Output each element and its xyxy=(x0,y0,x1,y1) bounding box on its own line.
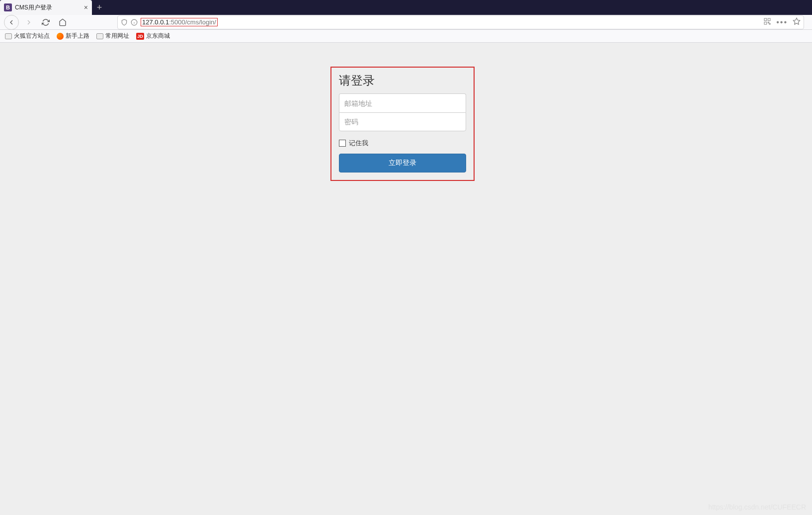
tab-favicon-icon: B xyxy=(4,3,12,11)
email-field[interactable] xyxy=(339,93,466,112)
browser-tab[interactable]: B CMS用户登录 × xyxy=(0,0,92,15)
bookmarks-bar: 火狐官方站点 新手上路 常用网址 JD 京东商城 xyxy=(0,30,812,43)
new-tab-button[interactable]: + xyxy=(92,0,107,15)
svg-rect-3 xyxy=(764,18,767,21)
folder-icon xyxy=(5,33,12,39)
firefox-icon xyxy=(57,33,64,40)
home-button[interactable] xyxy=(56,16,70,29)
remember-label: 记住我 xyxy=(349,139,368,148)
back-button[interactable] xyxy=(4,15,19,30)
bookmark-item[interactable]: 常用网址 xyxy=(96,32,129,40)
url-text: 127.0.0.1:5000/cms/login/ xyxy=(141,18,760,26)
qr-icon[interactable] xyxy=(763,17,771,27)
reload-button[interactable] xyxy=(39,16,53,29)
close-tab-icon[interactable]: × xyxy=(84,3,88,11)
svg-rect-4 xyxy=(768,18,771,21)
url-bar[interactable]: 127.0.0.1:5000/cms/login/ ••• xyxy=(117,15,804,29)
bookmark-label: 京东商城 xyxy=(146,32,170,40)
svg-marker-8 xyxy=(793,18,800,24)
svg-rect-6 xyxy=(768,22,769,23)
browser-tab-bar: B CMS用户登录 × + xyxy=(0,0,812,15)
bookmark-item[interactable]: 新手上路 xyxy=(57,32,89,40)
bookmark-item[interactable]: JD 京东商城 xyxy=(136,32,170,40)
jd-icon: JD xyxy=(136,33,144,40)
bookmark-label: 火狐官方站点 xyxy=(14,32,50,40)
forward-button[interactable] xyxy=(22,16,36,29)
bookmark-label: 新手上路 xyxy=(66,32,89,40)
shield-icon xyxy=(121,19,128,26)
bookmark-item[interactable]: 火狐官方站点 xyxy=(5,32,50,40)
remember-checkbox[interactable] xyxy=(339,140,346,147)
svg-rect-5 xyxy=(764,22,767,24)
page-content: 请登录 记住我 立即登录 https://blog.csdn.net/CUFEE… xyxy=(0,43,812,515)
login-title: 请登录 xyxy=(339,73,466,88)
watermark: https://blog.csdn.net/CUFEECR xyxy=(708,503,806,511)
info-icon[interactable] xyxy=(131,19,138,26)
browser-nav-bar: 127.0.0.1:5000/cms/login/ ••• xyxy=(0,15,812,30)
password-field[interactable] xyxy=(339,112,466,131)
remember-me-row[interactable]: 记住我 xyxy=(339,139,466,148)
login-button[interactable]: 立即登录 xyxy=(339,154,466,172)
tab-title: CMS用户登录 xyxy=(15,3,81,12)
bookmark-star-icon[interactable] xyxy=(793,17,801,27)
page-actions-icon[interactable]: ••• xyxy=(776,18,788,27)
svg-rect-7 xyxy=(769,23,770,24)
folder-icon xyxy=(96,33,103,39)
login-form: 请登录 记住我 立即登录 xyxy=(330,67,475,181)
bookmark-label: 常用网址 xyxy=(105,32,129,40)
